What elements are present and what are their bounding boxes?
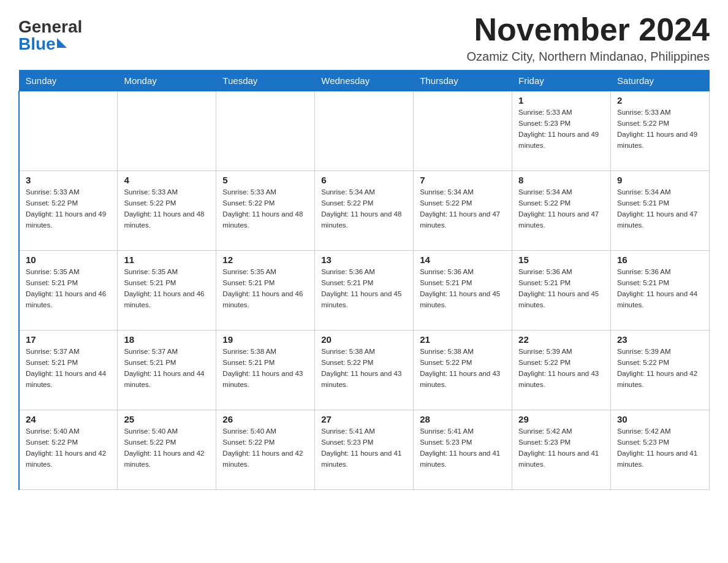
day-info: Sunrise: 5:39 AMSunset: 5:22 PMDaylight:… (617, 347, 703, 390)
weekday-header-tuesday: Tuesday (216, 71, 315, 91)
day-number: 24 (26, 414, 111, 424)
day-info: Sunrise: 5:34 AMSunset: 5:22 PMDaylight:… (420, 187, 506, 231)
calendar-day-cell: 23Sunrise: 5:39 AMSunset: 5:22 PMDayligh… (611, 331, 710, 410)
weekday-header-sunday: Sunday (19, 71, 118, 91)
calendar-day-cell: 30Sunrise: 5:42 AMSunset: 5:23 PMDayligh… (611, 410, 710, 490)
day-number: 4 (124, 175, 210, 185)
day-number: 5 (222, 175, 308, 185)
calendar-day-cell: 27Sunrise: 5:41 AMSunset: 5:23 PMDayligh… (315, 410, 414, 490)
calendar-day-cell (118, 91, 216, 171)
calendar-week-row: 3Sunrise: 5:33 AMSunset: 5:22 PMDaylight… (19, 171, 710, 251)
day-number: 12 (222, 255, 308, 265)
calendar-day-cell (414, 91, 512, 171)
day-info: Sunrise: 5:41 AMSunset: 5:23 PMDaylight:… (321, 426, 407, 470)
logo-triangle-icon (57, 38, 67, 48)
day-number: 15 (518, 255, 604, 265)
day-info: Sunrise: 5:42 AMSunset: 5:23 PMDaylight:… (518, 426, 604, 470)
day-number: 26 (222, 414, 308, 424)
calendar-day-cell: 26Sunrise: 5:40 AMSunset: 5:22 PMDayligh… (216, 410, 315, 490)
day-number: 17 (26, 334, 111, 345)
calendar-day-cell: 4Sunrise: 5:33 AMSunset: 5:22 PMDaylight… (118, 171, 216, 251)
day-number: 1 (518, 95, 604, 105)
day-info: Sunrise: 5:37 AMSunset: 5:21 PMDaylight:… (124, 347, 210, 390)
day-info: Sunrise: 5:36 AMSunset: 5:21 PMDaylight:… (617, 267, 703, 310)
title-section: November 2024 Ozamiz City, Northern Mind… (467, 12, 710, 64)
day-info: Sunrise: 5:40 AMSunset: 5:22 PMDaylight:… (26, 426, 111, 470)
day-number: 29 (518, 414, 604, 424)
day-number: 18 (124, 334, 210, 345)
day-info: Sunrise: 5:35 AMSunset: 5:21 PMDaylight:… (26, 267, 111, 310)
day-number: 9 (617, 175, 703, 185)
day-number: 21 (420, 334, 506, 345)
calendar-day-cell: 28Sunrise: 5:41 AMSunset: 5:23 PMDayligh… (414, 410, 512, 490)
location-title: Ozamiz City, Northern Mindanao, Philippi… (467, 50, 710, 64)
calendar-day-cell (315, 91, 414, 171)
calendar-day-cell: 7Sunrise: 5:34 AMSunset: 5:22 PMDaylight… (414, 171, 512, 251)
day-number: 28 (420, 414, 506, 424)
weekday-header-friday: Friday (512, 71, 611, 91)
calendar-day-cell: 1Sunrise: 5:33 AMSunset: 5:23 PMDaylight… (512, 91, 611, 171)
calendar-day-cell: 5Sunrise: 5:33 AMSunset: 5:22 PMDaylight… (216, 171, 315, 251)
day-number: 23 (617, 334, 703, 345)
day-info: Sunrise: 5:34 AMSunset: 5:22 PMDaylight:… (321, 187, 407, 231)
calendar-day-cell: 19Sunrise: 5:38 AMSunset: 5:21 PMDayligh… (216, 331, 315, 410)
day-number: 30 (617, 414, 703, 424)
day-info: Sunrise: 5:36 AMSunset: 5:21 PMDaylight:… (518, 267, 604, 310)
month-title: November 2024 (467, 12, 710, 47)
calendar-week-row: 10Sunrise: 5:35 AMSunset: 5:21 PMDayligh… (19, 251, 710, 331)
day-number: 2 (617, 95, 703, 105)
day-number: 14 (420, 255, 506, 265)
day-info: Sunrise: 5:35 AMSunset: 5:21 PMDaylight:… (222, 267, 308, 310)
day-info: Sunrise: 5:33 AMSunset: 5:22 PMDaylight:… (124, 187, 210, 231)
calendar-day-cell: 18Sunrise: 5:37 AMSunset: 5:21 PMDayligh… (118, 331, 216, 410)
day-info: Sunrise: 5:34 AMSunset: 5:22 PMDaylight:… (518, 187, 604, 231)
calendar-day-cell: 14Sunrise: 5:36 AMSunset: 5:21 PMDayligh… (414, 251, 512, 331)
calendar-week-row: 17Sunrise: 5:37 AMSunset: 5:21 PMDayligh… (19, 331, 710, 410)
day-number: 27 (321, 414, 407, 424)
day-info: Sunrise: 5:36 AMSunset: 5:21 PMDaylight:… (420, 267, 506, 310)
day-number: 11 (124, 255, 210, 265)
calendar-day-cell: 17Sunrise: 5:37 AMSunset: 5:21 PMDayligh… (19, 331, 118, 410)
calendar-day-cell: 13Sunrise: 5:36 AMSunset: 5:21 PMDayligh… (315, 251, 414, 331)
calendar-day-cell: 25Sunrise: 5:40 AMSunset: 5:22 PMDayligh… (118, 410, 216, 490)
calendar-day-cell: 2Sunrise: 5:33 AMSunset: 5:22 PMDaylight… (611, 91, 710, 171)
day-info: Sunrise: 5:38 AMSunset: 5:22 PMDaylight:… (420, 347, 506, 390)
calendar-day-cell: 10Sunrise: 5:35 AMSunset: 5:21 PMDayligh… (19, 251, 118, 331)
calendar-day-cell: 9Sunrise: 5:34 AMSunset: 5:21 PMDaylight… (611, 171, 710, 251)
page-header: General Blue November 2024 Ozamiz City, … (18, 12, 710, 64)
calendar-day-cell: 21Sunrise: 5:38 AMSunset: 5:22 PMDayligh… (414, 331, 512, 410)
calendar-header-row: SundayMondayTuesdayWednesdayThursdayFrid… (19, 71, 710, 91)
calendar-day-cell: 6Sunrise: 5:34 AMSunset: 5:22 PMDaylight… (315, 171, 414, 251)
day-info: Sunrise: 5:33 AMSunset: 5:23 PMDaylight:… (518, 107, 604, 151)
day-info: Sunrise: 5:39 AMSunset: 5:22 PMDaylight:… (518, 347, 604, 390)
day-info: Sunrise: 5:38 AMSunset: 5:22 PMDaylight:… (321, 347, 407, 390)
calendar-day-cell: 24Sunrise: 5:40 AMSunset: 5:22 PMDayligh… (19, 410, 118, 490)
day-number: 25 (124, 414, 210, 424)
calendar-day-cell: 3Sunrise: 5:33 AMSunset: 5:22 PMDaylight… (19, 171, 118, 251)
logo: General Blue (18, 18, 82, 53)
day-number: 16 (617, 255, 703, 265)
day-info: Sunrise: 5:35 AMSunset: 5:21 PMDaylight:… (124, 267, 210, 310)
day-info: Sunrise: 5:33 AMSunset: 5:22 PMDaylight:… (222, 187, 308, 231)
calendar-day-cell: 12Sunrise: 5:35 AMSunset: 5:21 PMDayligh… (216, 251, 315, 331)
day-info: Sunrise: 5:41 AMSunset: 5:23 PMDaylight:… (420, 426, 506, 470)
weekday-header-thursday: Thursday (414, 71, 512, 91)
calendar-day-cell: 20Sunrise: 5:38 AMSunset: 5:22 PMDayligh… (315, 331, 414, 410)
day-info: Sunrise: 5:36 AMSunset: 5:21 PMDaylight:… (321, 267, 407, 310)
calendar-day-cell (19, 91, 118, 171)
calendar-day-cell: 22Sunrise: 5:39 AMSunset: 5:22 PMDayligh… (512, 331, 611, 410)
day-info: Sunrise: 5:38 AMSunset: 5:21 PMDaylight:… (222, 347, 308, 390)
calendar-day-cell: 16Sunrise: 5:36 AMSunset: 5:21 PMDayligh… (611, 251, 710, 331)
day-number: 20 (321, 334, 407, 345)
weekday-header-saturday: Saturday (611, 71, 710, 91)
day-number: 8 (518, 175, 604, 185)
day-info: Sunrise: 5:40 AMSunset: 5:22 PMDaylight:… (124, 426, 210, 470)
calendar-day-cell: 8Sunrise: 5:34 AMSunset: 5:22 PMDaylight… (512, 171, 611, 251)
calendar-day-cell: 11Sunrise: 5:35 AMSunset: 5:21 PMDayligh… (118, 251, 216, 331)
calendar-week-row: 24Sunrise: 5:40 AMSunset: 5:22 PMDayligh… (19, 410, 710, 490)
day-number: 6 (321, 175, 407, 185)
day-info: Sunrise: 5:42 AMSunset: 5:23 PMDaylight:… (617, 426, 703, 470)
day-number: 10 (26, 255, 111, 265)
weekday-header-wednesday: Wednesday (315, 71, 414, 91)
calendar-day-cell: 15Sunrise: 5:36 AMSunset: 5:21 PMDayligh… (512, 251, 611, 331)
